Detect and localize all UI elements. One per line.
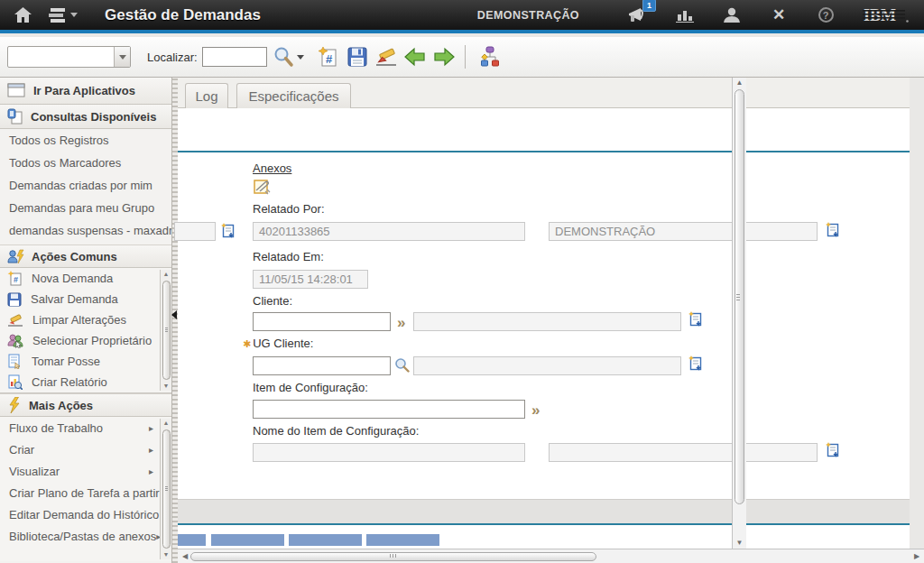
horizontal-scrollbar[interactable]: ◀ ▶ bbox=[178, 549, 924, 563]
footer-button-placeholder[interactable] bbox=[366, 534, 439, 546]
collapse-sidebar-arrow-icon[interactable] bbox=[171, 310, 177, 319]
query-item[interactable]: demandas suspensas - maxadmin bbox=[0, 219, 171, 242]
more-actions-icon bbox=[7, 397, 22, 413]
more-action-workflow[interactable]: Fluxo de Trabalho▸ bbox=[0, 417, 171, 438]
query-item[interactable]: Todos os Marcadores bbox=[0, 152, 171, 174]
help-icon[interactable]: ? bbox=[816, 5, 836, 25]
submenu-arrow-icon: ▸ bbox=[149, 466, 153, 476]
profile-icon[interactable] bbox=[722, 5, 742, 25]
go-to-detail-chevron-icon[interactable]: » bbox=[531, 402, 540, 418]
scroll-left-arrow[interactable]: ◀ bbox=[180, 550, 190, 563]
take-ownership-icon bbox=[7, 354, 23, 369]
scrollbar-thumb[interactable] bbox=[162, 281, 171, 380]
app-header: Gestão de Demandas DEMONSTRAÇÃO 1 ✕ ? IB… bbox=[0, 0, 924, 33]
combobox-dropdown-button[interactable] bbox=[114, 47, 130, 67]
query-combobox[interactable] bbox=[7, 46, 131, 68]
search-icon[interactable] bbox=[272, 45, 295, 69]
client-input[interactable] bbox=[253, 312, 391, 331]
action-save-demand[interactable]: Salvar Demanda bbox=[0, 289, 171, 309]
action-take-ownership[interactable]: Tomar Posse bbox=[0, 351, 171, 372]
section-label: Consultas Disponíveis bbox=[31, 110, 156, 124]
ug-client-description-field bbox=[413, 356, 681, 375]
detail-menu-icon[interactable] bbox=[688, 311, 704, 328]
more-action-create[interactable]: Criar▸ bbox=[0, 438, 171, 460]
search-options-caret-icon[interactable] bbox=[297, 55, 304, 60]
scroll-down-arrow[interactable]: ▼ bbox=[733, 538, 746, 549]
new-record-icon[interactable]: # bbox=[317, 45, 340, 69]
notification-badge: 1 bbox=[642, 0, 656, 12]
next-record-icon[interactable] bbox=[432, 45, 456, 69]
more-action-create-task-plan[interactable]: Criar Plano de Tarefa a partir d... bbox=[0, 482, 171, 503]
app-switcher-icon[interactable] bbox=[45, 5, 81, 25]
vertical-scrollbar[interactable]: ▲ ▼ bbox=[732, 78, 746, 549]
query-item[interactable]: Todos os Registros bbox=[0, 129, 171, 152]
query-combobox-value bbox=[8, 47, 114, 67]
scroll-down-arrow[interactable]: ▼ bbox=[162, 382, 171, 391]
footer-button-placeholder[interactable] bbox=[289, 534, 362, 546]
reports-icon[interactable] bbox=[675, 5, 695, 25]
scrollbar-thumb[interactable] bbox=[162, 429, 171, 549]
toolbar-separator bbox=[465, 45, 466, 69]
sidebar-section-available-queries[interactable]: Consultas Disponíveis bbox=[0, 105, 171, 129]
sidebar-section-more-actions[interactable]: Mais Ações bbox=[0, 393, 171, 417]
more-action-edit-history-demand[interactable]: Editar Demanda do Histórico bbox=[0, 503, 171, 525]
attachments-link[interactable]: Anexos bbox=[253, 162, 291, 175]
workflow-route-icon[interactable] bbox=[478, 45, 502, 69]
select-owner-icon bbox=[7, 333, 23, 348]
clear-changes-icon[interactable] bbox=[374, 45, 398, 69]
section-label: Mais Ações bbox=[29, 399, 93, 412]
svg-text:IBM: IBM bbox=[864, 6, 896, 24]
more-actions-scrollbar[interactable]: ▲ ▼ bbox=[160, 419, 171, 559]
reported-by-field: 40201133865 bbox=[253, 222, 525, 241]
scroll-up-arrow[interactable]: ▲ bbox=[162, 270, 171, 279]
go-to-detail-chevron-icon[interactable]: » bbox=[397, 315, 405, 330]
tab-bar: Log Especificações bbox=[178, 78, 910, 108]
common-actions-scrollbar[interactable]: ▲ ▼ bbox=[160, 270, 171, 391]
detail-menu-icon[interactable] bbox=[688, 355, 704, 372]
ug-client-label: ✱UG Cliente: bbox=[243, 337, 313, 350]
sign-out-icon[interactable]: ✕ bbox=[769, 5, 789, 25]
eraser-icon bbox=[7, 313, 23, 328]
section-label: Ir Para Aplicativos bbox=[33, 84, 135, 97]
main-content: Log Especificações Anexos Relatado Por: … bbox=[178, 78, 910, 549]
bulletins-icon[interactable]: 1 bbox=[628, 5, 648, 25]
common-actions-list: # Nova Demanda Salvar Demanda Limpar Alt… bbox=[0, 268, 171, 393]
attachments-icon[interactable] bbox=[254, 179, 272, 197]
save-icon[interactable] bbox=[346, 45, 369, 69]
sidebar-section-common-actions[interactable]: Ações Comuns bbox=[0, 245, 171, 268]
scroll-up-arrow[interactable]: ▲ bbox=[733, 78, 746, 88]
tab-especificacoes[interactable]: Especificações bbox=[236, 83, 351, 108]
previous-record-icon[interactable] bbox=[403, 45, 427, 69]
footer-button-placeholder[interactable] bbox=[211, 534, 284, 546]
scroll-up-arrow[interactable]: ▲ bbox=[162, 419, 171, 428]
ug-client-input[interactable] bbox=[253, 356, 391, 375]
find-label: Localizar: bbox=[147, 51, 198, 64]
query-item[interactable]: Demandas criadas por mim bbox=[0, 174, 171, 197]
scrollbar-thumb[interactable] bbox=[190, 552, 596, 561]
section-label: Ações Comuns bbox=[32, 250, 117, 263]
more-action-attachment-library[interactable]: Biblioteca/Pastas de anexos▸ bbox=[0, 525, 171, 547]
find-input[interactable] bbox=[202, 47, 267, 67]
home-icon[interactable] bbox=[13, 5, 32, 25]
select-value-icon[interactable] bbox=[394, 357, 410, 373]
action-select-owner[interactable]: Selecionar Proprietário bbox=[0, 330, 171, 351]
tab-log[interactable]: Log bbox=[185, 83, 228, 108]
sidebar-section-go-to-applications[interactable]: Ir Para Aplicativos bbox=[0, 78, 171, 105]
query-item[interactable]: Demandas para meu Grupo bbox=[0, 197, 171, 219]
scrollbar-thumb[interactable] bbox=[735, 89, 744, 504]
svg-text:#: # bbox=[326, 52, 333, 66]
queries-icon bbox=[7, 108, 23, 125]
action-new-demand[interactable]: # Nova Demanda bbox=[0, 268, 171, 289]
scroll-right-arrow[interactable]: ▶ bbox=[911, 550, 922, 563]
detail-menu-icon[interactable] bbox=[825, 442, 841, 458]
action-clear-changes[interactable]: Limpar Alterações bbox=[0, 309, 171, 330]
detail-menu-icon[interactable] bbox=[220, 223, 236, 239]
footer-button-placeholder[interactable] bbox=[178, 534, 206, 546]
detail-menu-icon[interactable] bbox=[825, 222, 841, 238]
action-create-report[interactable]: Criar Relatório bbox=[0, 372, 171, 392]
new-record-icon: # bbox=[7, 271, 23, 286]
config-item-input[interactable] bbox=[253, 400, 525, 419]
scroll-down-arrow[interactable]: ▼ bbox=[162, 550, 171, 559]
config-item-name-field bbox=[253, 443, 525, 462]
more-action-view[interactable]: Visualizar▸ bbox=[0, 460, 171, 482]
